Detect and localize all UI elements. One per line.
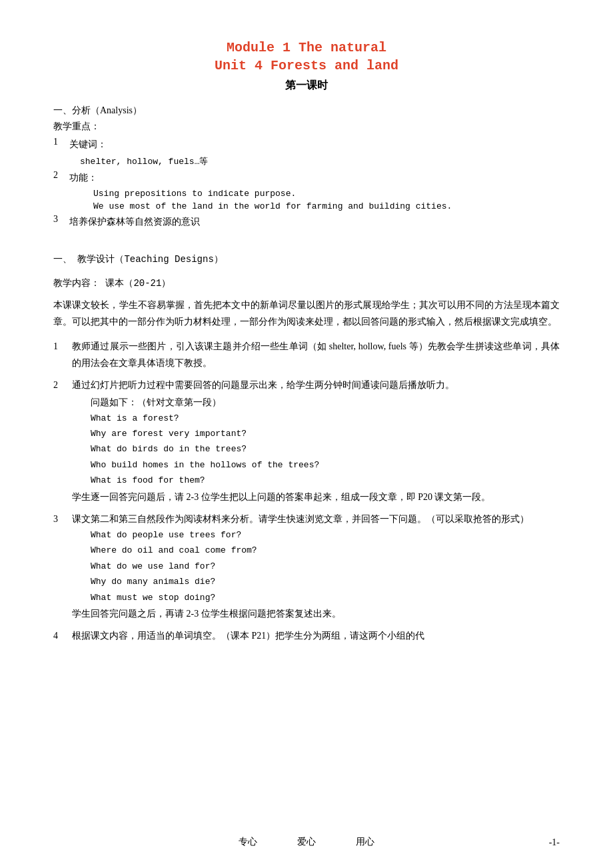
block4-num: 4 <box>53 627 72 644</box>
block2-q1: What is a forest? <box>91 411 560 426</box>
footer: 专心 爱心 用心 <box>0 836 613 848</box>
item1-num: 1 <box>53 137 69 153</box>
section2-heading: 一、 教学设计（Teaching Designs） <box>53 253 560 265</box>
module-title: Module 1 The natural <box>53 40 560 55</box>
lesson-title: 第一课时 <box>53 79 560 93</box>
item1: 1 关键词： <box>53 137 560 153</box>
teaching-section: 1 教师通过展示一些图片，引入该课主题并介绍一些生单词（如 shelter, h… <box>53 338 560 644</box>
item2-function2: We use most of the land in the world for… <box>53 201 560 211</box>
block3-q5: What must we stop doing? <box>91 590 560 605</box>
unit-title: Unit 4 Forests and land <box>53 58 560 73</box>
block2-text: 通过幻灯片把听力过程中需要回答的问题显示出来，给学生两分钟时间通读问题后播放听力… <box>72 377 560 393</box>
block2-q4: Who build homes in the hollows of the tr… <box>91 457 560 473</box>
footer-left: 专心 <box>239 836 257 848</box>
page: Module 1 The natural Unit 4 Forests and … <box>0 0 613 868</box>
block3-q4: Why do many animals die? <box>91 574 560 589</box>
block3: 3 课文第二和第三自然段作为阅读材料来分析。请学生快速浏览文章，并回答一下问题。… <box>53 511 560 622</box>
item2-function1: Using prepositions to indicate purpose. <box>53 189 560 199</box>
block1: 1 教师通过展示一些图片，引入该课主题并介绍一些生单词（如 shelter, h… <box>53 338 560 371</box>
block2-q3: What do birds do in the trees? <box>91 441 560 457</box>
block3-content: 课文第二和第三自然段作为阅读材料来分析。请学生快速浏览文章，并回答一下问题。（可… <box>72 511 560 622</box>
item3-content: 培养保护森林等自然资源的意识 <box>69 214 560 230</box>
footer-mid: 爱心 <box>297 836 316 848</box>
block1-num: 1 <box>53 338 72 371</box>
block2-sub1-label: 问题如下：（针对文章第一段） <box>91 394 560 411</box>
item3: 3 培养保护森林等自然资源的意识 <box>53 214 560 230</box>
footer-page: -1- <box>549 837 560 848</box>
block1-content: 教师通过展示一些图片，引入该课主题并介绍一些生单词（如 shelter, hol… <box>72 338 560 371</box>
block3-num: 3 <box>53 511 72 622</box>
block3-q1: What do people use trees for? <box>91 527 560 543</box>
block4-content: 根据课文内容，用适当的单词填空。（课本 P21）把学生分为两组，请这两个小组的代 <box>72 627 560 644</box>
item1-content: 关键词： <box>69 137 560 153</box>
item3-num: 3 <box>53 214 69 230</box>
block3-text: 课文第二和第三自然段作为阅读材料来分析。请学生快速浏览文章，并回答一下问题。（可… <box>72 511 560 527</box>
teaching-content-label: 教学内容： 课本（20-21） <box>53 275 560 292</box>
section1-heading: 一、分析（Analysis） <box>53 105 560 117</box>
item2: 2 功能： <box>53 170 560 186</box>
footer-right-text: 用心 <box>356 836 374 848</box>
block3-q3: What do we use land for? <box>91 559 560 574</box>
teaching-key: 教学重点： <box>53 121 560 133</box>
block2-summary: 学生逐一回答完问题后，请 2-3 位学生把以上问题的答案串起来，组成一段文章，即… <box>72 489 560 505</box>
block2-num: 2 <box>53 377 72 505</box>
block3-q2: Where do oil and coal come from? <box>91 543 560 558</box>
block2-sub1: 问题如下：（针对文章第一段） What is a forest? Why are… <box>72 394 560 489</box>
block3-questions: What do people use trees for? Where do o… <box>72 527 560 605</box>
block2: 2 通过幻灯片把听力过程中需要回答的问题显示出来，给学生两分钟时间通读问题后播放… <box>53 377 560 505</box>
item2-label: 功能： <box>69 173 97 183</box>
block3-summary: 学生回答完问题之后，再请 2-3 位学生根据问题把答案复述出来。 <box>72 605 560 622</box>
block2-content: 通过幻灯片把听力过程中需要回答的问题显示出来，给学生两分钟时间通读问题后播放听力… <box>72 377 560 505</box>
block2-q5: What is food for them? <box>91 473 560 488</box>
item2-num: 2 <box>53 170 69 186</box>
item2-content: 功能： <box>69 170 560 186</box>
item1-label: 关键词： <box>69 139 107 149</box>
block4: 4 根据课文内容，用适当的单词填空。（课本 P21）把学生分为两组，请这两个小组… <box>53 627 560 644</box>
item1-keywords: shelter, hollow, fuels…等 <box>53 155 560 167</box>
teaching-content-body: 本课课文较长，学生不容易掌握，首先把本文中的新单词尽量以图片的形式展现给学生；其… <box>53 297 560 330</box>
block1-text: 教师通过展示一些图片，引入该课主题并介绍一些生单词（如 shelter, hol… <box>72 341 560 368</box>
block2-q2: Why are forest very important? <box>91 426 560 441</box>
